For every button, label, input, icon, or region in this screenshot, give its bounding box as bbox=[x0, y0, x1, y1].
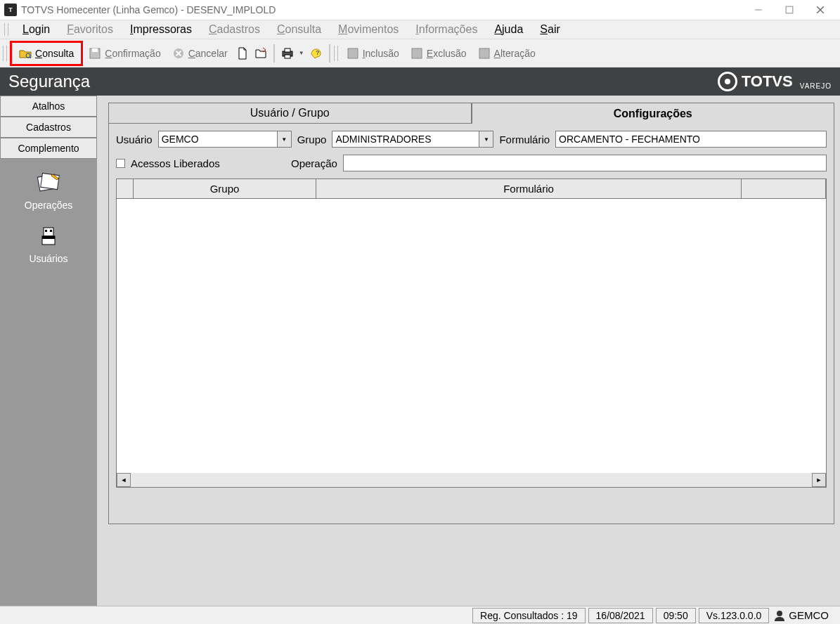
status-date: 16/08/2021 bbox=[588, 608, 653, 623]
usuarios-icon bbox=[33, 223, 64, 250]
tab-row: Usuário / Grupo Configurações bbox=[108, 103, 834, 124]
title-bar: T TOTVS Homecenter (Linha Gemco) - DESEN… bbox=[0, 0, 840, 20]
acessos-checkbox[interactable] bbox=[116, 159, 125, 168]
svg-rect-15 bbox=[348, 48, 358, 58]
svg-rect-23 bbox=[50, 230, 52, 232]
grupo-value: ADMINISTRADORES bbox=[335, 134, 479, 145]
menu-consulta[interactable]: Consulta bbox=[269, 22, 330, 37]
usuario-label: Usuário bbox=[116, 134, 153, 145]
sidebar-item-usuarios[interactable]: Usuários bbox=[29, 223, 67, 264]
menu-grip bbox=[4, 23, 8, 36]
tab-configuracoes[interactable]: Configurações bbox=[472, 103, 835, 124]
tab-body: Usuário GEMCO ▼ Grupo ADMINISTRADORES ▼ … bbox=[108, 124, 834, 524]
toolbar-separator-1 bbox=[273, 44, 275, 63]
usuario-combo[interactable]: GEMCO ▼ bbox=[158, 131, 292, 148]
cancelar-button[interactable]: Cancelar bbox=[167, 43, 233, 64]
status-user: GEMCO bbox=[789, 609, 829, 621]
sidebar-item-label: Usuários bbox=[29, 253, 67, 264]
save-icon bbox=[89, 47, 101, 60]
menu-login[interactable]: Login bbox=[14, 22, 58, 37]
operacoes-icon bbox=[33, 170, 64, 197]
help-button[interactable]: ? bbox=[307, 43, 325, 64]
menu-favoritos[interactable]: Favoritos bbox=[58, 22, 122, 37]
menu-movimentos[interactable]: Movimentos bbox=[330, 22, 407, 37]
cancel-icon bbox=[172, 47, 185, 60]
alteracao-button[interactable]: Alteração bbox=[472, 43, 541, 64]
inclusao-icon bbox=[347, 47, 359, 60]
grupo-combo[interactable]: ADMINISTRADORES ▼ bbox=[332, 131, 493, 148]
section-title: Segurança bbox=[8, 72, 90, 91]
form-row-1: Usuário GEMCO ▼ Grupo ADMINISTRADORES ▼ … bbox=[116, 131, 827, 148]
consulta-button[interactable]: Consulta bbox=[10, 41, 83, 66]
tab-usuario-grupo[interactable]: Usuário / Grupo bbox=[108, 103, 472, 124]
chevron-down-icon: ▼ bbox=[479, 131, 493, 147]
inclusao-button[interactable]: Inclusão bbox=[341, 43, 405, 64]
status-time: 09:50 bbox=[656, 608, 696, 623]
exclusao-icon bbox=[411, 47, 423, 60]
scroll-left-button[interactable]: ◄ bbox=[117, 473, 131, 487]
section-banner: Segurança TOTVS VAREJO bbox=[0, 67, 840, 96]
minimize-button[interactable] bbox=[743, 1, 774, 19]
menu-impressoras[interactable]: Impressoras bbox=[122, 22, 200, 37]
menu-ajuda[interactable]: Ajuda bbox=[486, 22, 531, 37]
col-extra[interactable] bbox=[742, 179, 826, 199]
menu-cadastros[interactable]: Cadastros bbox=[200, 22, 269, 37]
sidebar: Atalhos Cadastros Complemento Operações … bbox=[0, 96, 97, 606]
menu-bar: Login Favoritos Impressoras Cadastros Co… bbox=[0, 20, 840, 39]
toolbar-grip-2 bbox=[334, 46, 338, 61]
svg-rect-22 bbox=[45, 230, 47, 232]
col-formulario[interactable]: Formulário bbox=[316, 179, 742, 199]
content-panel: Usuário / Grupo Configurações Usuário GE… bbox=[97, 96, 840, 606]
col-grupo[interactable]: Grupo bbox=[134, 179, 316, 199]
svg-rect-17 bbox=[479, 48, 489, 58]
open-button[interactable] bbox=[252, 43, 270, 64]
svg-point-18 bbox=[725, 79, 730, 84]
svg-rect-25 bbox=[42, 236, 55, 239]
confirmacao-button[interactable]: Confirmação bbox=[83, 43, 166, 64]
brand-logo: TOTVS VAREJO bbox=[718, 72, 832, 91]
toolbar-separator-2 bbox=[329, 44, 330, 63]
exclusao-button[interactable]: Exclusão bbox=[405, 43, 472, 64]
scroll-right-button[interactable]: ► bbox=[812, 473, 826, 487]
toolbar-grip bbox=[3, 46, 7, 61]
table-header: Grupo Formulário bbox=[117, 179, 826, 199]
svg-point-26 bbox=[777, 611, 782, 616]
operacao-input[interactable] bbox=[343, 155, 827, 171]
svg-rect-12 bbox=[285, 48, 290, 52]
help-icon: ? bbox=[310, 47, 323, 60]
brand-circle-icon bbox=[718, 72, 737, 91]
col-select[interactable] bbox=[117, 179, 134, 199]
window-title: TOTVS Homecenter (Linha Gemco) - DESENV_… bbox=[21, 4, 743, 15]
status-reg: Reg. Consultados : 19 bbox=[472, 608, 586, 623]
alteracao-icon bbox=[478, 47, 491, 60]
close-button[interactable] bbox=[805, 1, 836, 19]
sidebar-item-label: Operações bbox=[25, 200, 72, 211]
status-version: Vs.123.0.0.0 bbox=[699, 608, 770, 623]
table-body bbox=[117, 199, 826, 473]
sidebar-tab-atalhos[interactable]: Atalhos bbox=[0, 96, 97, 117]
new-doc-button[interactable] bbox=[233, 43, 252, 64]
user-icon bbox=[773, 609, 786, 622]
formulario-label: Formulário bbox=[499, 134, 550, 145]
formulario-input[interactable] bbox=[555, 131, 827, 148]
chevron-down-icon: ▼ bbox=[277, 131, 291, 147]
svg-rect-20 bbox=[41, 173, 60, 189]
sidebar-tab-cadastros[interactable]: Cadastros bbox=[0, 117, 97, 138]
brand-name: TOTVS bbox=[742, 72, 793, 91]
svg-rect-13 bbox=[285, 55, 290, 58]
sidebar-items: Operações Usuários bbox=[0, 159, 97, 606]
grupo-label: Grupo bbox=[297, 134, 327, 145]
print-button[interactable]: ▼ bbox=[278, 43, 307, 64]
folder-search-icon bbox=[19, 47, 32, 60]
menu-informacoes[interactable]: Informações bbox=[407, 22, 486, 37]
maximize-button[interactable] bbox=[774, 1, 805, 19]
sidebar-item-operacoes[interactable]: Operações bbox=[25, 170, 72, 211]
open-icon bbox=[254, 47, 267, 60]
menu-sair[interactable]: Sair bbox=[531, 22, 568, 37]
app-icon: T bbox=[4, 4, 17, 16]
svg-rect-16 bbox=[412, 48, 422, 58]
table: Grupo Formulário ◄ ► bbox=[116, 178, 827, 488]
toolbar: Consulta Confirmação Cancelar ▼ ? bbox=[0, 39, 840, 67]
sidebar-tab-complemento[interactable]: Complemento bbox=[0, 138, 97, 159]
horizontal-scrollbar[interactable]: ◄ ► bbox=[117, 473, 826, 487]
